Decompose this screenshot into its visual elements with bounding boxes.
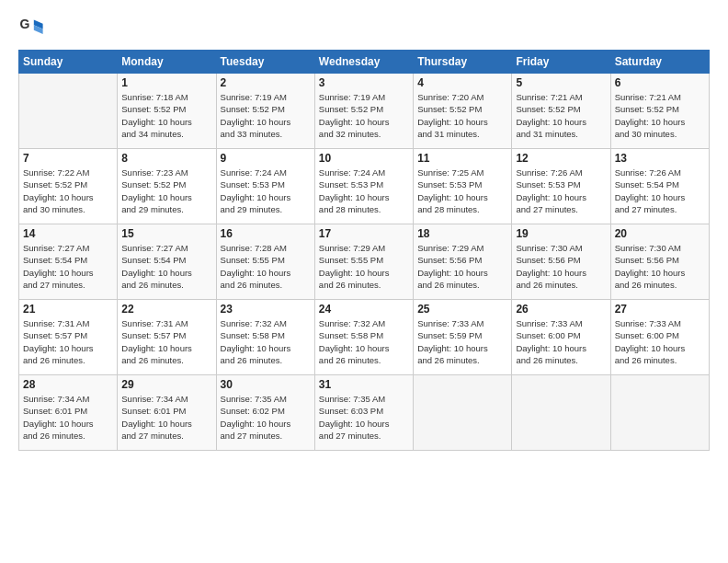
calendar-cell: 14Sunrise: 7:27 AMSunset: 5:54 PMDayligh… [19, 224, 118, 300]
calendar-cell: 12Sunrise: 7:26 AMSunset: 5:53 PMDayligh… [512, 149, 610, 224]
day-info: Sunrise: 7:24 AMSunset: 5:53 PMDaylight:… [221, 167, 311, 215]
day-number: 28 [23, 378, 113, 391]
day-number: 10 [319, 152, 409, 165]
calendar-cell: 18Sunrise: 7:29 AMSunset: 5:56 PMDayligh… [414, 224, 512, 300]
day-number: 9 [221, 152, 311, 165]
day-info: Sunrise: 7:24 AMSunset: 5:53 PMDaylight:… [319, 167, 409, 215]
day-info: Sunrise: 7:27 AMSunset: 5:54 PMDaylight:… [23, 242, 113, 291]
day-number: 29 [121, 378, 211, 391]
day-info: Sunrise: 7:33 AMSunset: 6:00 PMDaylight:… [615, 317, 705, 366]
calendar-cell: 8Sunrise: 7:23 AMSunset: 5:52 PMDaylight… [118, 149, 216, 224]
day-info: Sunrise: 7:35 AMSunset: 6:03 PMDaylight:… [319, 393, 409, 442]
calendar-cell: 3Sunrise: 7:19 AMSunset: 5:52 PMDaylight… [314, 74, 413, 149]
header: G [18, 15, 710, 40]
day-info: Sunrise: 7:27 AMSunset: 5:54 PMDaylight:… [121, 242, 211, 291]
day-number: 13 [615, 152, 705, 165]
calendar-cell: 29Sunrise: 7:34 AMSunset: 6:01 PMDayligh… [118, 375, 216, 451]
weekday-thursday: Thursday [414, 51, 512, 74]
weekday-friday: Friday [512, 51, 610, 74]
day-info: Sunrise: 7:34 AMSunset: 6:01 PMDaylight:… [121, 393, 211, 442]
calendar-cell: 11Sunrise: 7:25 AMSunset: 5:53 PMDayligh… [414, 149, 512, 224]
calendar-cell: 24Sunrise: 7:32 AMSunset: 5:58 PMDayligh… [314, 300, 413, 375]
day-number: 17 [319, 227, 409, 240]
calendar-cell [414, 375, 512, 451]
calendar-cell: 10Sunrise: 7:24 AMSunset: 5:53 PMDayligh… [314, 149, 413, 224]
day-number: 20 [615, 227, 705, 240]
day-info: Sunrise: 7:26 AMSunset: 5:53 PMDaylight:… [516, 167, 606, 215]
day-number: 30 [221, 378, 311, 391]
calendar-cell: 28Sunrise: 7:34 AMSunset: 6:01 PMDayligh… [19, 375, 118, 451]
day-number: 16 [221, 227, 311, 240]
calendar-header: SundayMondayTuesdayWednesdayThursdayFrid… [19, 51, 710, 74]
day-number: 23 [221, 303, 311, 316]
day-number: 25 [417, 303, 507, 316]
calendar-cell: 1Sunrise: 7:18 AMSunset: 5:52 PMDaylight… [118, 74, 216, 149]
calendar-cell: 9Sunrise: 7:24 AMSunset: 5:53 PMDaylight… [216, 149, 314, 224]
day-number: 26 [516, 303, 606, 316]
weekday-monday: Monday [118, 51, 216, 74]
day-number: 27 [615, 303, 705, 316]
calendar-cell: 25Sunrise: 7:33 AMSunset: 5:59 PMDayligh… [414, 300, 512, 375]
day-number: 14 [23, 227, 113, 240]
day-info: Sunrise: 7:23 AMSunset: 5:52 PMDaylight:… [121, 167, 211, 215]
week-row-1: 1Sunrise: 7:18 AMSunset: 5:52 PMDaylight… [19, 74, 710, 149]
calendar-cell: 27Sunrise: 7:33 AMSunset: 6:00 PMDayligh… [610, 300, 709, 375]
calendar-cell: 13Sunrise: 7:26 AMSunset: 5:54 PMDayligh… [610, 149, 709, 224]
day-info: Sunrise: 7:18 AMSunset: 5:52 PMDaylight:… [121, 91, 211, 140]
logo: G [18, 15, 48, 40]
calendar-cell: 31Sunrise: 7:35 AMSunset: 6:03 PMDayligh… [314, 375, 413, 451]
day-number: 18 [417, 227, 507, 240]
calendar-cell: 20Sunrise: 7:30 AMSunset: 5:56 PMDayligh… [610, 224, 709, 300]
day-number: 12 [516, 152, 606, 165]
calendar-cell [512, 375, 610, 451]
day-number: 24 [319, 303, 409, 316]
weekday-tuesday: Tuesday [216, 51, 314, 74]
day-number: 2 [221, 76, 311, 89]
calendar-cell: 23Sunrise: 7:32 AMSunset: 5:58 PMDayligh… [216, 300, 314, 375]
day-info: Sunrise: 7:19 AMSunset: 5:52 PMDaylight:… [221, 91, 311, 140]
day-number: 5 [516, 76, 606, 89]
day-info: Sunrise: 7:33 AMSunset: 6:00 PMDaylight:… [516, 317, 606, 366]
page: G SundayMondayTuesdayWednesdayThursdayFr… [0, 0, 728, 563]
day-number: 31 [319, 378, 409, 391]
week-row-5: 28Sunrise: 7:34 AMSunset: 6:01 PMDayligh… [19, 375, 710, 451]
calendar-cell: 22Sunrise: 7:31 AMSunset: 5:57 PMDayligh… [118, 300, 216, 375]
calendar-cell: 16Sunrise: 7:28 AMSunset: 5:55 PMDayligh… [216, 224, 314, 300]
calendar-cell: 7Sunrise: 7:22 AMSunset: 5:52 PMDaylight… [19, 149, 118, 224]
day-info: Sunrise: 7:32 AMSunset: 5:58 PMDaylight:… [319, 317, 409, 366]
day-info: Sunrise: 7:21 AMSunset: 5:52 PMDaylight:… [516, 91, 606, 140]
day-number: 4 [417, 76, 507, 89]
day-number: 15 [121, 227, 211, 240]
calendar-cell: 15Sunrise: 7:27 AMSunset: 5:54 PMDayligh… [118, 224, 216, 300]
day-number: 11 [417, 152, 507, 165]
calendar-cell: 19Sunrise: 7:30 AMSunset: 5:56 PMDayligh… [512, 224, 610, 300]
day-number: 6 [615, 76, 705, 89]
day-info: Sunrise: 7:35 AMSunset: 6:02 PMDaylight:… [221, 393, 311, 442]
logo-icon: G [18, 15, 44, 40]
week-row-2: 7Sunrise: 7:22 AMSunset: 5:52 PMDaylight… [19, 149, 710, 224]
calendar-cell [19, 74, 118, 149]
weekday-sunday: Sunday [19, 51, 118, 74]
day-number: 1 [121, 76, 211, 89]
svg-text:G: G [19, 17, 29, 31]
day-info: Sunrise: 7:21 AMSunset: 5:52 PMDaylight:… [615, 91, 705, 140]
day-info: Sunrise: 7:30 AMSunset: 5:56 PMDaylight:… [516, 242, 606, 291]
day-number: 22 [121, 303, 211, 316]
calendar-cell: 26Sunrise: 7:33 AMSunset: 6:00 PMDayligh… [512, 300, 610, 375]
day-number: 19 [516, 227, 606, 240]
day-info: Sunrise: 7:32 AMSunset: 5:58 PMDaylight:… [221, 317, 311, 366]
weekday-header-row: SundayMondayTuesdayWednesdayThursdayFrid… [19, 51, 710, 74]
day-info: Sunrise: 7:26 AMSunset: 5:54 PMDaylight:… [615, 167, 705, 215]
day-number: 7 [23, 152, 113, 165]
week-row-4: 21Sunrise: 7:31 AMSunset: 5:57 PMDayligh… [19, 300, 710, 375]
calendar-cell: 4Sunrise: 7:20 AMSunset: 5:52 PMDaylight… [414, 74, 512, 149]
calendar-cell: 30Sunrise: 7:35 AMSunset: 6:02 PMDayligh… [216, 375, 314, 451]
calendar: SundayMondayTuesdayWednesdayThursdayFrid… [18, 50, 710, 451]
day-info: Sunrise: 7:20 AMSunset: 5:52 PMDaylight:… [417, 91, 507, 140]
calendar-cell: 21Sunrise: 7:31 AMSunset: 5:57 PMDayligh… [19, 300, 118, 375]
day-number: 21 [23, 303, 113, 316]
calendar-cell: 17Sunrise: 7:29 AMSunset: 5:55 PMDayligh… [314, 224, 413, 300]
day-info: Sunrise: 7:22 AMSunset: 5:52 PMDaylight:… [23, 167, 113, 215]
week-row-3: 14Sunrise: 7:27 AMSunset: 5:54 PMDayligh… [19, 224, 710, 300]
calendar-cell: 5Sunrise: 7:21 AMSunset: 5:52 PMDaylight… [512, 74, 610, 149]
